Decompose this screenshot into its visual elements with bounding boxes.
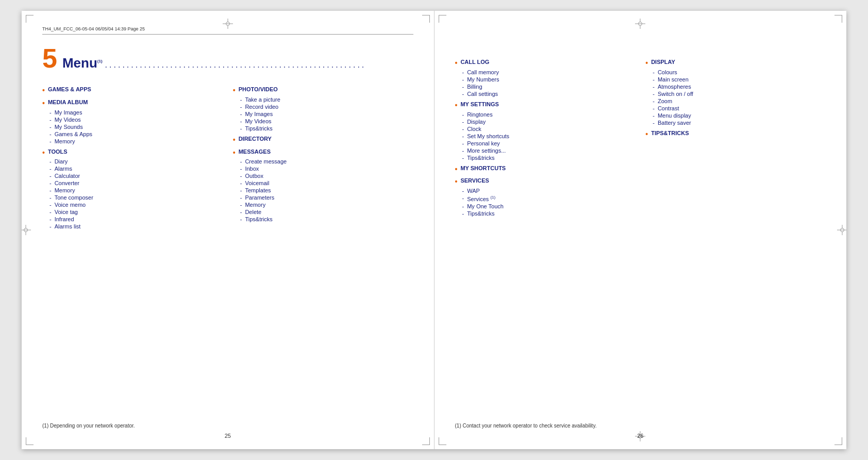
- list-item: -Infrared: [49, 216, 223, 222]
- crosshair-left: [22, 225, 31, 235]
- menu-content-left: • GAMES & APPS • MEDIA ALBUM -My Images …: [42, 82, 413, 231]
- list-item: -Games & Apps: [49, 131, 223, 137]
- footnote-left: (1) Depending on your network operator.: [42, 423, 135, 429]
- menu-col-3: • CALL LOG -Call memory -My Numbers -Bil…: [455, 55, 636, 218]
- list-item: -Tips&tricks: [462, 155, 636, 161]
- list-item: -Memory: [49, 138, 223, 144]
- list-item: -My Sounds: [49, 124, 223, 130]
- list-item: -More settings...: [462, 147, 636, 154]
- title-dots: ........................................…: [105, 60, 366, 70]
- crosshair-right: [837, 225, 846, 235]
- corner-mark-tr: [422, 15, 430, 23]
- menu-col-4: • DISPLAY -Colours -Main screen -Atmosph…: [645, 55, 826, 218]
- list-item: -Calculator: [49, 173, 223, 179]
- list-item: -My One Touch: [462, 203, 636, 209]
- list-item: -Memory: [49, 187, 223, 193]
- list-item: -Display: [462, 119, 636, 125]
- book-spread: TH4_UM_FCC_06-05-04 06/05/04 14:39 Page …: [22, 11, 846, 449]
- menu-col-2: • PHOTO/VIDEO -Take a picture -Record vi…: [233, 82, 413, 231]
- list-item: -My Images: [240, 111, 413, 117]
- list-item: -Alarms: [49, 166, 223, 172]
- list-item: -Battery saver: [653, 120, 826, 126]
- corner-mark-tr-r: [834, 15, 842, 23]
- title-text: Menu(1): [62, 55, 103, 71]
- list-item: -Voicemail: [240, 180, 413, 186]
- page-title-area: 5 Menu(1) ..............................…: [42, 45, 413, 72]
- list-item: -Main screen: [653, 76, 826, 83]
- list-item: -My Videos: [49, 117, 223, 123]
- crosshair-top-center: [223, 19, 233, 29]
- list-item: -My Images: [49, 109, 223, 116]
- section-services: • SERVICES: [455, 177, 636, 186]
- list-item: -Billing: [462, 84, 636, 90]
- list-item: -Call memory: [462, 69, 636, 75]
- list-item: -Diary: [49, 158, 223, 165]
- section-messages: • MESSAGES: [233, 149, 413, 157]
- section-my-settings: • MY SETTINGS: [455, 101, 636, 110]
- section-photo-video: • PHOTO/VIDEO: [233, 86, 413, 95]
- page-right: • CALL LOG -Call memory -My Numbers -Bil…: [435, 11, 847, 449]
- list-item: -Menu display: [653, 112, 826, 119]
- list-item: -Inbox: [240, 166, 413, 172]
- menu-col-1: • GAMES & APPS • MEDIA ALBUM -My Images …: [42, 82, 223, 231]
- section-directory: • DIRECTORY: [233, 136, 413, 144]
- list-item: -Tips&tricks: [240, 125, 413, 132]
- list-item: -Memory: [240, 202, 413, 208]
- list-item: -Call settings: [462, 91, 636, 97]
- footnote-right: (1) Contact your network operator to che…: [455, 423, 597, 429]
- section-games-apps: • GAMES & APPS: [42, 86, 223, 95]
- list-item: -Alarms list: [49, 223, 223, 229]
- list-item: -Ringtones: [462, 111, 636, 118]
- list-item: -Take a picture: [240, 96, 413, 103]
- list-item: -Outbox: [240, 173, 413, 179]
- crosshair-top-right: [635, 19, 645, 29]
- list-item: -Tone composer: [49, 194, 223, 201]
- title-number: 5: [42, 45, 57, 72]
- list-item: -My Videos: [240, 118, 413, 124]
- list-item: -Set My shortcuts: [462, 133, 636, 139]
- section-media-album: • MEDIA ALBUM: [42, 99, 223, 108]
- list-item: -WAP: [462, 188, 636, 194]
- list-item: -Voice memo: [49, 202, 223, 208]
- list-item: -Tips&tricks: [240, 216, 413, 222]
- corner-mark-tl: [26, 15, 34, 23]
- section-my-shortcuts: • MY SHORTCUTS: [455, 165, 636, 174]
- list-item: -Clock: [462, 126, 636, 132]
- list-item: -Colours: [653, 69, 826, 75]
- section-display: • DISPLAY: [645, 59, 826, 68]
- list-item: -Services (1): [462, 195, 636, 202]
- section-tips-tricks: • TIPS&TRICKS: [645, 130, 826, 139]
- section-tools: • TOOLS: [42, 149, 223, 157]
- list-item: -Templates: [240, 187, 413, 193]
- list-item: -Delete: [240, 209, 413, 215]
- list-item: -Create message: [240, 158, 413, 165]
- list-item: -Atmospheres: [653, 84, 826, 90]
- list-item: -Zoom: [653, 98, 826, 104]
- list-item: -Contrast: [653, 105, 826, 111]
- menu-content-right: • CALL LOG -Call memory -My Numbers -Bil…: [455, 55, 826, 218]
- page-number-right: 26: [435, 433, 847, 439]
- list-item: -Converter: [49, 180, 223, 186]
- list-item: -Tips&tricks: [462, 210, 636, 217]
- list-item: -Parameters: [240, 194, 413, 201]
- page-left: TH4_UM_FCC_06-05-04 06/05/04 14:39 Page …: [22, 11, 435, 449]
- page-number-left: 25: [22, 433, 434, 439]
- list-item: -Personal key: [462, 140, 636, 146]
- list-item: -Switch on / off: [653, 91, 826, 97]
- section-call-log: • CALL LOG: [455, 59, 636, 68]
- list-item: -My Numbers: [462, 76, 636, 83]
- list-item: -Record video: [240, 104, 413, 110]
- list-item: -Voice tag: [49, 209, 223, 215]
- corner-mark-tl-r: [439, 15, 446, 23]
